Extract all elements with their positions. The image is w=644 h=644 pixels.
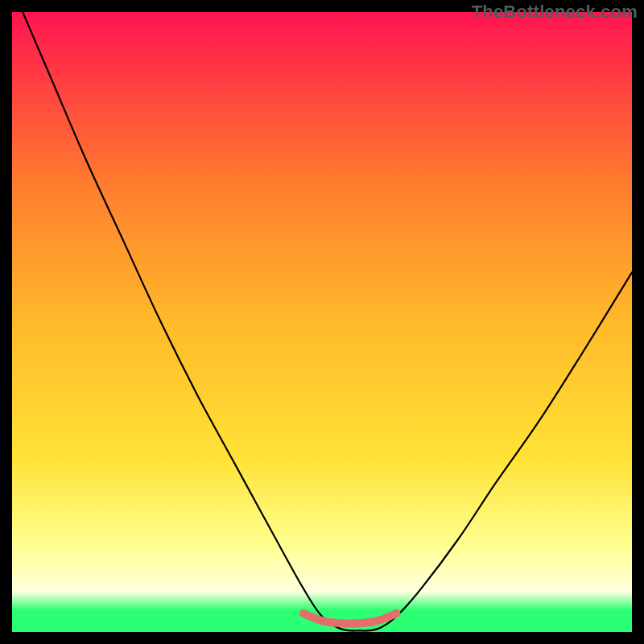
watermark-text: TheBottleneck.com	[472, 2, 638, 23]
chart-background-gradient	[12, 12, 632, 632]
chart-svg	[12, 12, 632, 632]
chart-plot-area	[12, 12, 632, 632]
chart-stage: TheBottleneck.com	[0, 0, 644, 644]
